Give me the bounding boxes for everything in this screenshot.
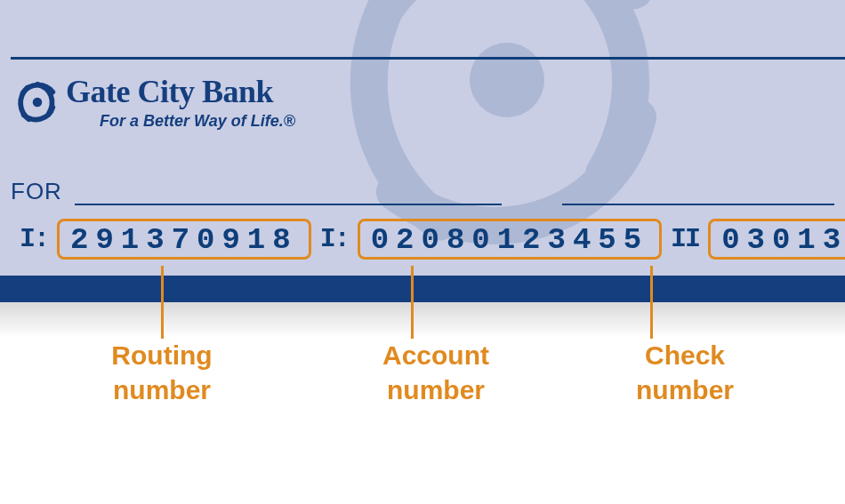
bank-tagline: For a Better Way of Life.® xyxy=(100,112,295,131)
account-number: 02080123455 xyxy=(371,223,648,257)
bank-name: Gate City Bank xyxy=(66,73,295,110)
account-label-line2: number xyxy=(302,372,569,407)
micr-symbol-icon: I: xyxy=(320,224,349,254)
routing-label-line1: Routing xyxy=(46,338,278,372)
micr-symbol-icon: II xyxy=(671,224,699,254)
bank-logo-icon xyxy=(16,81,59,124)
check-shadow xyxy=(0,302,845,338)
connector-line-routing xyxy=(161,266,164,339)
connector-line-account xyxy=(411,266,414,339)
callouts-row: Routing number Account number Check numb… xyxy=(0,338,845,407)
check-label-line1: Check xyxy=(596,338,774,372)
account-label-line1: Account xyxy=(302,338,569,372)
routing-label: Routing number xyxy=(46,338,278,407)
account-label: Account number xyxy=(302,338,569,407)
signature-line xyxy=(562,204,834,205)
check-label: Check number xyxy=(596,338,774,407)
check-footer-bar xyxy=(0,276,845,302)
account-number-box: 02080123455 xyxy=(358,219,662,260)
memo-line xyxy=(75,204,502,205)
micr-symbol-icon: I: xyxy=(20,224,48,254)
bank-logo: Gate City Bank For a Better Way of Life.… xyxy=(16,73,295,131)
micr-line: I: 291370918 I: 02080123455 II 03013 xyxy=(16,219,834,260)
divider-line xyxy=(11,57,845,60)
check-number: 03013 xyxy=(721,223,845,257)
routing-number: 291370918 xyxy=(70,223,298,257)
for-memo-row: FOR xyxy=(11,178,834,205)
svg-point-1 xyxy=(33,97,43,107)
for-label: FOR xyxy=(11,178,62,205)
check-label-line2: number xyxy=(596,372,774,407)
routing-label-line2: number xyxy=(46,372,278,407)
routing-number-box: 291370918 xyxy=(57,219,311,260)
svg-point-0 xyxy=(470,43,544,117)
connector-line-check xyxy=(650,266,653,339)
check-number-box: 03013 xyxy=(708,219,845,260)
check-background: Gate City Bank For a Better Way of Life.… xyxy=(0,0,845,302)
